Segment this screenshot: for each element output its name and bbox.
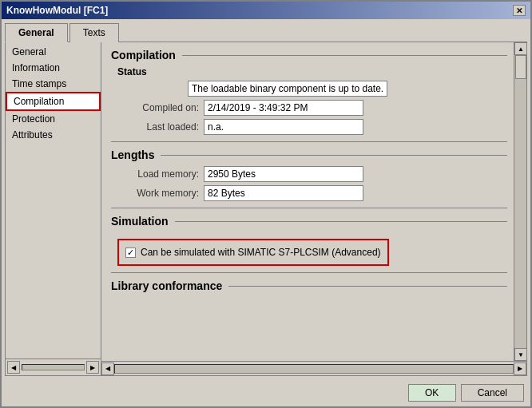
last-loaded-label: Last loaded: [127, 121, 199, 133]
sidebar-item-attributes[interactable]: Attributes [6, 127, 101, 143]
scroll-right-button[interactable]: ▶ [514, 362, 526, 375]
divider-1 [111, 141, 507, 142]
library-divider [228, 286, 507, 287]
compilation-title: Compilation [111, 49, 507, 61]
work-memory-label: Work memory: [127, 188, 199, 199]
sidebar-item-information[interactable]: Information [6, 60, 101, 76]
compiled-on-label: Compiled on: [127, 102, 199, 113]
ok-button[interactable]: OK [408, 384, 456, 402]
section-simulation: Simulation ✓ Can be simulated with SIMAT… [111, 215, 507, 266]
sidebar-item-compilation[interactable]: Compilation [6, 92, 101, 111]
scroll-down-button[interactable]: ▼ [514, 348, 526, 361]
simulation-title: Simulation [111, 215, 169, 228]
sidebar-scrollbar: ◀ ▶ [6, 358, 101, 375]
scroll-thumb-v[interactable] [515, 55, 526, 79]
scroll-track-v[interactable] [514, 55, 526, 348]
title-bar: KnowHowModul [FC1] ✕ [2, 2, 530, 19]
sidebar-scroll-left[interactable]: ◀ [7, 361, 20, 374]
compiled-on-value: 2/14/2019 - 3:49:32 PM [204, 100, 363, 116]
sidebar-item-timestamps[interactable]: Time stamps [6, 76, 101, 92]
footer: OK Cancel [2, 379, 530, 406]
sidebar-item-protection[interactable]: Protection [6, 111, 101, 127]
tab-texts[interactable]: Texts [69, 23, 119, 42]
section-status: Status The loadable binary component is … [111, 66, 507, 135]
cancel-button[interactable]: Cancel [461, 384, 524, 402]
content-area: Compilation Status The loadable binary c… [101, 42, 526, 375]
section-compilation: Compilation Status The loadable binary c… [111, 49, 507, 135]
close-button[interactable]: ✕ [513, 5, 526, 16]
work-memory-value: 82 Bytes [204, 185, 363, 201]
scroll-up-button[interactable]: ▲ [514, 42, 526, 55]
divider-3 [111, 272, 507, 273]
lengths-divider [161, 155, 507, 156]
last-loaded-row: Last loaded: n.a. [111, 119, 507, 135]
main-window: KnowHowModul [FC1] ✕ General Texts Gener… [0, 0, 532, 408]
last-loaded-value: n.a. [204, 119, 363, 135]
load-memory-value: 2950 Bytes [204, 166, 363, 182]
library-title: Library conformance [111, 279, 222, 292]
content-scroll-area: Compilation Status The loadable binary c… [101, 42, 514, 361]
tab-general[interactable]: General [5, 23, 68, 42]
main-content: General Information Time stamps Compilat… [5, 42, 527, 376]
divider-2 [111, 208, 507, 208]
lengths-title: Lengths [111, 149, 154, 161]
tab-bar: General Texts [2, 19, 530, 42]
sidebar: General Information Time stamps Compilat… [6, 42, 101, 375]
window-title: KnowHowModul [FC1] [6, 5, 108, 16]
status-label: Status [111, 66, 507, 77]
section-lengths: Lengths Load memory: 2950 Bytes Work mem… [111, 149, 507, 201]
scroll-left-button[interactable]: ◀ [101, 362, 114, 375]
sidebar-item-general[interactable]: General [6, 44, 101, 60]
load-memory-row: Load memory: 2950 Bytes [111, 166, 507, 182]
load-memory-label: Load memory: [127, 168, 199, 180]
simulation-divider [175, 221, 507, 222]
work-memory-row: Work memory: 82 Bytes [111, 185, 507, 201]
simulation-checkbox-container[interactable]: ✓ Can be simulated with SIMATIC S7-PLCSI… [117, 239, 389, 266]
simulation-label: Can be simulated with SIMATIC S7-PLCSIM … [141, 247, 381, 258]
vertical-scrollbar: ▲ ▼ [514, 42, 526, 361]
simulation-checkbox[interactable]: ✓ [125, 248, 136, 258]
section-library: Library conformance [111, 279, 507, 292]
content-and-scroll: Compilation Status The loadable binary c… [101, 42, 526, 361]
scroll-track-h[interactable] [114, 364, 514, 374]
sidebar-scroll-track[interactable] [22, 364, 85, 370]
status-message: The loadable binary component is up to d… [188, 81, 387, 97]
horizontal-scrollbar: ◀ ▶ [101, 361, 526, 375]
sidebar-scroll-right[interactable]: ▶ [86, 361, 99, 374]
compiled-on-row: Compiled on: 2/14/2019 - 3:49:32 PM [111, 100, 507, 116]
